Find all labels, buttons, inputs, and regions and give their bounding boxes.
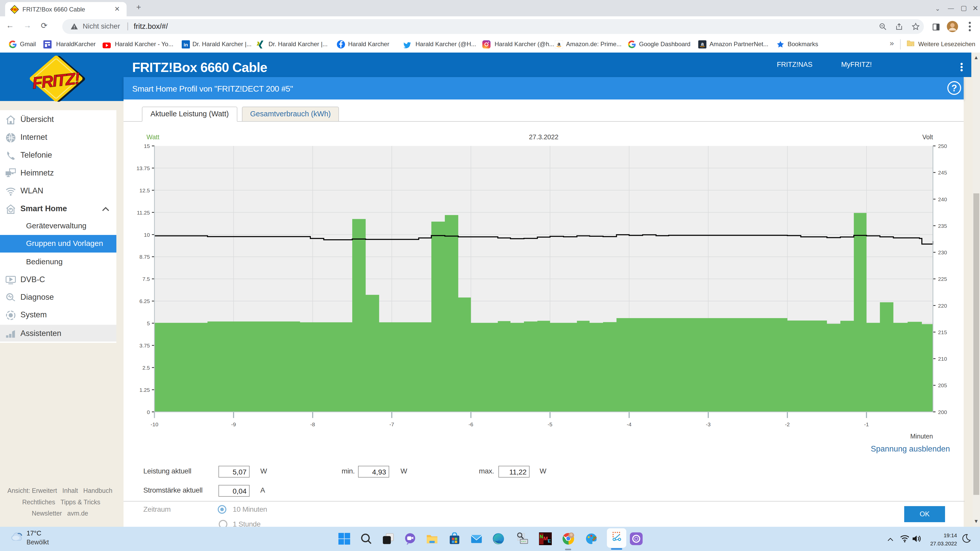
svg-text:6.25: 6.25 [139,298,150,304]
svg-text:10: 10 [144,232,150,238]
svg-text:245: 245 [938,170,947,176]
svg-text:27.3.2022: 27.3.2022 [529,133,558,141]
svg-text:210: 210 [938,356,947,362]
svg-text:7.5: 7.5 [142,276,150,282]
svg-text:225: 225 [938,276,947,282]
svg-text:230: 230 [938,249,947,256]
svg-text:-1: -1 [864,421,869,427]
svg-text:a: a [557,41,560,47]
svg-text:13.75: 13.75 [137,165,150,171]
svg-text:5: 5 [147,321,150,326]
svg-text:Watt: Watt [146,133,159,141]
svg-text:11.25: 11.25 [137,210,150,216]
svg-text:0: 0 [147,409,150,415]
svg-text:Volt: Volt [922,133,933,141]
svg-text:Minuten: Minuten [910,433,933,440]
svg-text:12.5: 12.5 [139,187,150,193]
svg-text:-10: -10 [151,421,158,427]
svg-text:M: M [543,535,548,541]
svg-text:-4: -4 [627,421,632,427]
svg-text:E: E [548,538,551,544]
svg-text:235: 235 [938,223,947,229]
svg-text:-9: -9 [231,421,236,427]
svg-text:1.25: 1.25 [139,387,150,393]
svg-text:-3: -3 [706,421,711,427]
svg-text:-7: -7 [390,421,394,427]
svg-text:a: a [701,41,704,47]
svg-text:-8: -8 [310,421,315,427]
svg-text:220: 220 [938,303,947,309]
svg-text:205: 205 [938,383,947,388]
svg-text:N: N [540,534,543,539]
svg-text:-5: -5 [548,421,552,427]
svg-text:250: 250 [938,143,947,149]
svg-text:2.5: 2.5 [142,365,150,371]
svg-text:3.75: 3.75 [139,343,150,348]
svg-text:-2: -2 [785,421,790,427]
svg-text:15: 15 [144,143,150,149]
svg-text:in: in [184,42,188,48]
svg-text:FR!: FR! [11,7,18,12]
svg-text:200: 200 [938,409,947,415]
svg-text:240: 240 [938,197,947,202]
svg-text:215: 215 [938,329,947,335]
svg-text:-6: -6 [469,421,473,427]
svg-text:8.75: 8.75 [139,254,150,260]
